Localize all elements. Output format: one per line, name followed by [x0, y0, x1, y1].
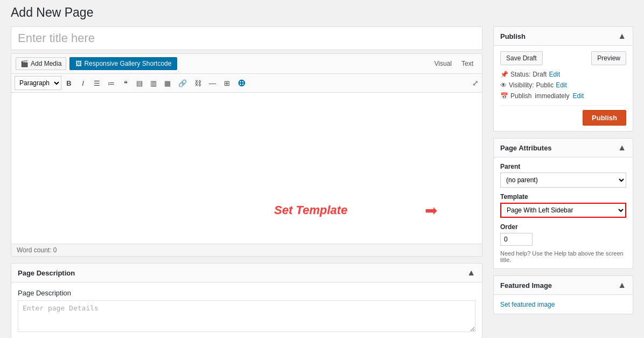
featured-image-panel: Featured Image ▲ Set featured image: [493, 275, 633, 314]
gallery-shortcode-button[interactable]: 🖼 Responsive Gallery Shortcode: [69, 57, 177, 70]
add-button[interactable]: ⊕: [234, 76, 249, 90]
parent-select[interactable]: (no parent) Home: [500, 173, 626, 188]
add-media-button[interactable]: 🎬 Add Media: [16, 57, 66, 70]
publish-time-edit-link[interactable]: Edit: [572, 92, 584, 100]
editor-container: 🎬 Add Media 🖼 Responsive Gallery Shortco…: [11, 53, 482, 257]
page-attributes-header[interactable]: Page Attributes ▲: [494, 139, 633, 157]
template-label: Template: [500, 193, 626, 201]
tab-visual[interactable]: Visual: [430, 58, 456, 70]
publish-panel: Publish ▲ Save Draft Preview 📌 Status: D…: [493, 26, 633, 132]
visibility-value: Public: [536, 81, 554, 89]
italic-button[interactable]: I: [76, 76, 89, 90]
publish-panel-title: Publish: [500, 32, 526, 40]
gallery-shortcode-label: Responsive Gallery Shortcode: [84, 60, 171, 67]
page-description-textarea[interactable]: [18, 300, 475, 332]
order-input[interactable]: [500, 233, 533, 246]
publish-panel-header[interactable]: Publish ▲: [494, 27, 633, 46]
featured-image-toggle-icon: ▲: [618, 280, 626, 290]
align-left-button[interactable]: ▤: [133, 76, 146, 90]
status-label: Status:: [510, 71, 530, 78]
preview-button[interactable]: Preview: [591, 51, 626, 65]
template-annotation-row: Set Template ➡ Default Template Page Wit…: [500, 203, 626, 218]
page-description-field-label: Page Description: [18, 289, 475, 297]
page-title: Add New Page: [11, 5, 633, 20]
arrow-right-icon: ➡: [425, 202, 437, 219]
page-attributes-toggle-icon: ▲: [618, 143, 626, 153]
set-featured-image-link[interactable]: Set featured image: [500, 301, 555, 308]
parent-label: Parent: [500, 163, 626, 170]
status-row: 📌 Status: Draft Edit: [500, 71, 626, 78]
status-edit-link[interactable]: Edit: [549, 71, 560, 78]
visibility-label: Visibility:: [509, 81, 534, 89]
expand-button[interactable]: ⤢: [472, 79, 479, 87]
publish-panel-toggle-icon: ▲: [618, 31, 626, 41]
pin-icon: 📌: [500, 71, 508, 78]
more-button[interactable]: —: [206, 76, 219, 90]
status-value: Draft: [533, 71, 547, 78]
align-right-button[interactable]: ▦: [161, 76, 174, 90]
editor-body[interactable]: [11, 93, 482, 244]
page-attributes-panel: Page Attributes ▲ Parent (no parent) Hom…: [493, 138, 633, 269]
page-attributes-title: Page Attributes: [500, 144, 552, 152]
featured-image-header[interactable]: Featured Image ▲: [494, 276, 633, 295]
publish-time-label: Publish: [510, 92, 531, 100]
eye-icon: 👁: [500, 81, 507, 89]
visibility-edit-link[interactable]: Edit: [556, 81, 567, 89]
page-description-panel-body: Page Description: [11, 282, 482, 338]
help-text: Need help? Use the Help tab above the sc…: [500, 250, 626, 263]
gallery-icon: 🖼: [75, 60, 82, 67]
format-toolbar: Paragraph Heading 1 Heading 2 B I ☰ ≔ ❝ …: [11, 74, 482, 93]
page-description-toggle-icon: ▲: [467, 268, 475, 278]
order-label: Order: [500, 223, 626, 231]
page-description-panel-header[interactable]: Page Description ▲: [11, 264, 482, 282]
publish-time-row: 📅 Publish immediately Edit: [500, 92, 626, 100]
featured-image-body: Set featured image: [494, 295, 633, 314]
align-center-button[interactable]: ▥: [147, 76, 160, 90]
unlink-button[interactable]: ⛓: [191, 76, 205, 90]
calendar-icon: 📅: [500, 92, 508, 100]
page-title-input[interactable]: [11, 26, 482, 50]
editor-toolbar-top: 🎬 Add Media 🖼 Responsive Gallery Shortco…: [11, 54, 482, 74]
unordered-list-button[interactable]: ☰: [90, 76, 103, 90]
page-description-panel: Page Description ▲ Page Description: [11, 263, 482, 338]
toolbar-left: 🎬 Add Media 🖼 Responsive Gallery Shortco…: [16, 57, 177, 70]
content-area: 🎬 Add Media 🖼 Responsive Gallery Shortco…: [11, 26, 482, 338]
add-media-label: Add Media: [31, 60, 61, 67]
tab-text[interactable]: Text: [457, 58, 478, 70]
link-button[interactable]: 🔗: [175, 76, 190, 90]
sidebar: Publish ▲ Save Draft Preview 📌 Status: D…: [493, 26, 633, 321]
set-template-annotation: Set Template: [274, 203, 347, 217]
word-count-label: Word count: 0: [17, 246, 57, 254]
paragraph-format-select[interactable]: Paragraph Heading 1 Heading 2: [15, 76, 61, 90]
editor-tabs: Visual Text: [430, 58, 478, 70]
save-draft-button[interactable]: Save Draft: [500, 51, 543, 65]
publish-time-value: immediately: [535, 92, 569, 100]
publish-button-row: Publish: [500, 105, 626, 126]
blockquote-button[interactable]: ❝: [119, 76, 132, 90]
template-select[interactable]: Default Template Page With Left Sidebar …: [500, 203, 626, 218]
visibility-row: 👁 Visibility: Public Edit: [500, 81, 626, 89]
featured-image-title: Featured Image: [500, 281, 552, 289]
ordered-list-button[interactable]: ≔: [104, 76, 118, 90]
page-description-panel-title: Page Description: [18, 269, 75, 277]
table-button[interactable]: ⊞: [220, 76, 233, 90]
media-icon: 🎬: [20, 60, 29, 67]
bold-button[interactable]: B: [62, 76, 75, 90]
publish-panel-body: Save Draft Preview 📌 Status: Draft Edit …: [494, 46, 633, 131]
page-attributes-body: Parent (no parent) Home Template Set Tem…: [494, 157, 633, 268]
publish-button[interactable]: Publish: [583, 110, 626, 126]
word-count-bar: Word count: 0: [11, 244, 482, 256]
publish-actions: Save Draft Preview: [500, 51, 626, 65]
